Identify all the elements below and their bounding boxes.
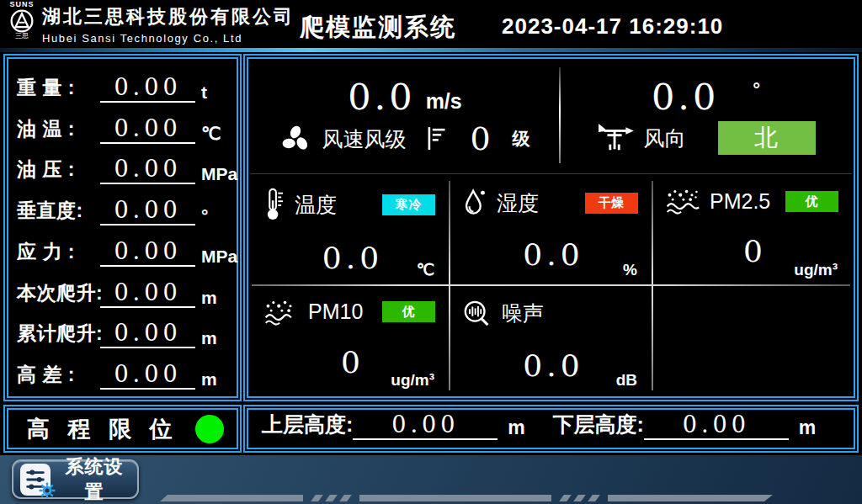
empty-cell bbox=[652, 285, 852, 396]
lower-height-value: 0.00 bbox=[644, 413, 789, 440]
metric-label: 重 量 : bbox=[17, 75, 100, 104]
wind-section-divider bbox=[559, 67, 561, 163]
elevation-limit-panel: 高 程 限 位 bbox=[3, 405, 242, 453]
lower-height-unit: m bbox=[799, 416, 816, 440]
datetime-display: 2023-04-17 16:29:10 bbox=[502, 13, 723, 40]
metric-row-oil-temp: 油 温 : 0.00 ℃ bbox=[17, 109, 230, 146]
wind-speed-block: 0.0 m/s 风速风级 bbox=[250, 61, 560, 173]
wind-level-icon bbox=[426, 125, 448, 152]
company-name-cn: 湖北三思科技股份有限公司 bbox=[42, 4, 295, 29]
metric-value: 0.00 bbox=[100, 76, 195, 103]
company-name: 湖北三思科技股份有限公司 Hubei Sansi Technology Co.,… bbox=[42, 4, 295, 45]
metric-label: 垂直度: bbox=[17, 198, 100, 227]
metric-row-current-climb: 本次爬升: 0.00 m bbox=[17, 273, 230, 310]
metric-unit: m bbox=[201, 288, 230, 310]
company-name-en: Hubei Sansi Technology Co., Ltd bbox=[42, 32, 295, 45]
pm25-unit: ug/m³ bbox=[794, 261, 838, 279]
metric-row-stress: 应 力 : 0.00 MPa bbox=[17, 231, 230, 268]
header: SUNS 三思 湖北三思科技股份有限公司 Hubei Sansi Technol… bbox=[0, 0, 862, 48]
metric-row-weight: 重 量 : 0.00 t bbox=[17, 67, 230, 104]
pm25-label: PM2.5 bbox=[710, 189, 770, 214]
suns-logo-icon bbox=[8, 8, 35, 34]
wind-speed-label: 风速风级 bbox=[322, 125, 406, 153]
settings-button-label: 系统设置 bbox=[58, 454, 130, 504]
humidity-value: 0.0 bbox=[462, 240, 645, 270]
upper-height-value: 0.00 bbox=[353, 413, 498, 440]
monitor-screen: SUNS 三思 湖北三思科技股份有限公司 Hubei Sansi Technol… bbox=[0, 0, 862, 504]
noise-cell: 噪声 0.0 dB bbox=[449, 285, 652, 396]
humidity-status-badge: 干燥 bbox=[585, 193, 638, 214]
wind-section: 0.0 m/s 风速风级 bbox=[250, 61, 852, 173]
sliders-icon bbox=[20, 464, 51, 496]
upper-height-label: 上层高度: bbox=[262, 411, 353, 440]
pm25-status-badge: 优 bbox=[785, 191, 838, 212]
metric-label: 高 差 : bbox=[17, 362, 100, 391]
noise-label: 噪声 bbox=[502, 300, 544, 327]
elevation-limit-indicator bbox=[195, 415, 224, 443]
upper-height-group: 上层高度: 0.00 m bbox=[262, 411, 553, 447]
grid-divider-horizontal bbox=[252, 284, 850, 286]
metric-value: 0.00 bbox=[100, 363, 195, 390]
wind-level-value: 0 bbox=[470, 123, 490, 155]
heights-panel: 上层高度: 0.00 m 下层高度: 0.00 m bbox=[243, 405, 859, 453]
header-divider bbox=[0, 48, 862, 52]
pm25-cell: PM2.5 优 0 ug/m³ bbox=[652, 174, 852, 285]
upper-height-unit: m bbox=[508, 416, 524, 440]
metric-unit: ℃ bbox=[201, 124, 230, 146]
metric-unit: MPa bbox=[201, 247, 230, 268]
temperature-unit: ℃ bbox=[417, 260, 434, 279]
pm10-label: PM10 bbox=[308, 300, 363, 324]
environment-panel: 0.0 m/s 风速风级 bbox=[243, 54, 859, 401]
pm25-dust-icon bbox=[665, 188, 700, 215]
wind-direction-block: 0.0 ° 风向 bbox=[560, 61, 852, 173]
bottom-bar: 系统设置 bbox=[0, 455, 862, 504]
metric-unit: t bbox=[201, 82, 230, 104]
wind-direction-status: 北 bbox=[718, 121, 816, 155]
metric-row-oil-pressure: 油 压 : 0.00 MPa bbox=[17, 149, 230, 186]
metric-row-total-climb: 累计爬升: 0.00 m bbox=[17, 313, 230, 350]
temperature-label: 温度 bbox=[295, 191, 337, 219]
metric-label: 累计爬升: bbox=[17, 321, 100, 350]
sensor-grid: 温度 寒冷 0.0 ℃ 湿度 干燥 0.0 % bbox=[250, 173, 852, 395]
lower-height-label: 下层高度: bbox=[553, 411, 644, 440]
metric-label: 应 力 : bbox=[17, 239, 100, 268]
pm10-unit: ug/m³ bbox=[391, 371, 434, 390]
temperature-cell: 温度 寒冷 0.0 ℃ bbox=[250, 174, 449, 285]
pm10-cell: PM10 优 0 ug/m³ bbox=[250, 285, 449, 396]
system-settings-button[interactable]: 系统设置 bbox=[12, 459, 139, 499]
metric-unit: ° bbox=[201, 205, 230, 227]
noise-unit: dB bbox=[616, 371, 637, 390]
temperature-status-badge: 寒冷 bbox=[382, 194, 435, 215]
fan-icon bbox=[279, 123, 311, 155]
logo-suns-text: SUNS bbox=[5, 1, 39, 8]
metric-label: 油 压 : bbox=[17, 157, 100, 186]
wind-direction-unit: ° bbox=[753, 79, 760, 101]
metric-label: 油 温 : bbox=[17, 116, 100, 146]
company-logo: SUNS 三思 bbox=[5, 1, 39, 40]
pm10-status-badge: 优 bbox=[382, 301, 435, 322]
decor-stripes bbox=[160, 495, 773, 501]
metric-unit: m bbox=[201, 369, 230, 391]
metric-value: 0.00 bbox=[100, 117, 195, 144]
wind-speed-unit: m/s bbox=[426, 89, 462, 115]
wind-direction-label: 风向 bbox=[644, 125, 686, 152]
metric-unit: m bbox=[201, 328, 230, 350]
thermometer-icon bbox=[263, 188, 285, 221]
metric-value: 0.00 bbox=[100, 199, 195, 225]
metric-value: 0.00 bbox=[100, 240, 195, 267]
metrics-panel: 重 量 : 0.00 t 油 温 : 0.00 ℃ 油 压 : 0.00 MPa… bbox=[3, 54, 242, 401]
wind-vane-icon bbox=[597, 122, 634, 154]
metric-value: 0.00 bbox=[100, 157, 195, 184]
metric-value: 0.00 bbox=[100, 281, 195, 308]
page-title: 爬模监测系统 bbox=[300, 11, 456, 45]
wind-direction-value: 0.0 bbox=[652, 79, 719, 115]
humidity-unit: % bbox=[623, 261, 637, 279]
temperature-value: 0.0 bbox=[263, 243, 442, 273]
humidity-droplet-icon bbox=[462, 188, 487, 218]
metric-row-verticality: 垂直度: 0.00 ° bbox=[17, 190, 230, 227]
humidity-cell: 湿度 干燥 0.0 % bbox=[449, 174, 652, 285]
wind-level-unit: 级 bbox=[513, 127, 530, 151]
metric-row-height-diff: 高 差 : 0.00 m bbox=[17, 354, 230, 391]
metric-label: 本次爬升: bbox=[17, 280, 100, 310]
lower-height-group: 下层高度: 0.00 m bbox=[553, 411, 844, 447]
